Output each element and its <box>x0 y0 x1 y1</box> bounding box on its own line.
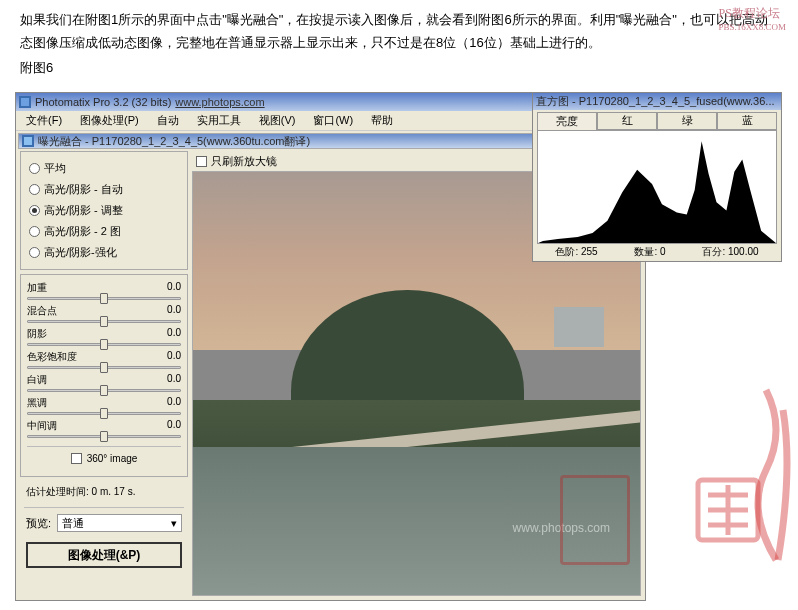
svg-rect-3 <box>24 137 32 145</box>
menu-window[interactable]: 窗口(W) <box>305 111 361 130</box>
slider-value: 0.0 <box>167 281 181 295</box>
slider-label: 中间调 <box>27 419 57 433</box>
tab-blue[interactable]: 蓝 <box>717 112 777 129</box>
figure-caption: 附图6 <box>0 59 798 83</box>
app-title-link[interactable]: www.photops.com <box>175 96 264 108</box>
radio-icon <box>29 184 40 195</box>
estimate-time: 估计处理时间: 0 m. 17 s. <box>20 481 188 503</box>
histogram-tabs: 亮度 红 绿 蓝 <box>533 110 781 129</box>
slider-value: 0.0 <box>167 304 181 318</box>
menu-view[interactable]: 视图(V) <box>251 111 304 130</box>
preview-label: 预览: <box>26 516 51 531</box>
slider-thumb[interactable] <box>100 293 108 304</box>
slider-track[interactable] <box>27 343 181 346</box>
tab-red[interactable]: 红 <box>597 112 657 129</box>
slider-thumb[interactable] <box>100 431 108 442</box>
radio-hs-auto[interactable]: 高光/阴影 - 自动 <box>29 179 179 200</box>
page-watermark-seal <box>688 360 798 600</box>
slider-label: 白调 <box>27 373 47 387</box>
svg-rect-1 <box>21 98 29 106</box>
slider-label: 黑调 <box>27 396 47 410</box>
radio-average[interactable]: 平均 <box>29 158 179 179</box>
checkbox-icon <box>71 453 82 464</box>
radio-hs-intensive[interactable]: 高光/阴影-强化 <box>29 242 179 263</box>
menu-auto[interactable]: 自动 <box>149 111 187 130</box>
refresh-zoom-label: 只刷新放大镜 <box>211 154 277 169</box>
slider-value: 0.0 <box>167 350 181 364</box>
slider-thumb[interactable] <box>100 408 108 419</box>
menu-tools[interactable]: 实用工具 <box>189 111 249 130</box>
histogram-chart <box>537 130 777 244</box>
histogram-info: 色阶: 255 数量: 0 百分: 100.00 <box>533 244 781 261</box>
chevron-down-icon: ▾ <box>171 517 177 530</box>
radio-icon <box>29 247 40 258</box>
radio-icon <box>29 163 40 174</box>
radio-hs-adjust[interactable]: 高光/阴影 - 调整 <box>29 200 179 221</box>
tab-luminance[interactable]: 亮度 <box>537 112 597 129</box>
slider-value: 0.0 <box>167 327 181 341</box>
radio-hs-2img[interactable]: 高光/阴影 - 2 图 <box>29 221 179 242</box>
slider-thumb[interactable] <box>100 362 108 373</box>
histogram-title: 直方图 - P1170280_1_2_3_4_5_fused(www.36... <box>536 94 775 109</box>
slider-shadow: 阴影0.0 <box>27 325 181 348</box>
slider-panel: 加重0.0 混合点0.0 阴影0.0 色彩饱和度0.0 白调0.0 <box>20 274 188 477</box>
slider-track[interactable] <box>27 389 181 392</box>
seal-watermark <box>560 475 630 565</box>
slider-thumb[interactable] <box>100 385 108 396</box>
menu-help[interactable]: 帮助 <box>363 111 401 130</box>
slider-label: 色彩饱和度 <box>27 350 77 364</box>
slider-value: 0.0 <box>167 373 181 387</box>
slider-value: 0.0 <box>167 396 181 410</box>
slider-midtone: 中间调0.0 <box>27 417 181 440</box>
slider-strength: 加重0.0 <box>27 279 181 302</box>
doc-title: 曝光融合 - P1170280_1_2_3_4_5(www.360tu.com翻… <box>38 134 310 149</box>
process-button[interactable]: 图像处理(&P) <box>26 542 182 568</box>
histogram-titlebar[interactable]: 直方图 - P1170280_1_2_3_4_5_fused(www.36... <box>533 93 781 110</box>
slider-white: 白调0.0 <box>27 371 181 394</box>
slider-label: 混合点 <box>27 304 57 318</box>
slider-label: 加重 <box>27 281 47 295</box>
slider-track[interactable] <box>27 297 181 300</box>
tab-green[interactable]: 绿 <box>657 112 717 129</box>
checkbox-360[interactable]: 360° image <box>27 447 181 470</box>
slider-black: 黑调0.0 <box>27 394 181 417</box>
forum-watermark: PS教程论坛 PBS.16XX8.COM <box>718 5 786 32</box>
slider-saturation: 色彩饱和度0.0 <box>27 348 181 371</box>
slider-blend: 混合点0.0 <box>27 302 181 325</box>
slider-label: 阴影 <box>27 327 47 341</box>
slider-track[interactable] <box>27 320 181 323</box>
preview-select[interactable]: 普通 ▾ <box>57 514 182 532</box>
menu-process[interactable]: 图像处理(P) <box>72 111 147 130</box>
radio-icon <box>29 205 40 216</box>
doc-icon <box>22 135 34 147</box>
app-icon <box>19 96 31 108</box>
menu-file[interactable]: 文件(F) <box>18 111 70 130</box>
svg-rect-4 <box>698 480 758 540</box>
slider-track[interactable] <box>27 412 181 415</box>
method-radio-group: 平均 高光/阴影 - 自动 高光/阴影 - 调整 高光/阴影 - 2 图 高光/… <box>20 151 188 270</box>
slider-track[interactable] <box>27 366 181 369</box>
radio-icon <box>29 226 40 237</box>
refresh-checkbox[interactable] <box>196 156 207 167</box>
histogram-window: 直方图 - P1170280_1_2_3_4_5_fused(www.36...… <box>532 92 782 262</box>
slider-thumb[interactable] <box>100 339 108 350</box>
app-title: Photomatix Pro 3.2 (32 bits) <box>35 96 171 108</box>
description-text: 如果我们在附图1所示的界面中点击"曝光融合"，在按提示读入图像后，就会看到附图6… <box>0 0 798 59</box>
slider-value: 0.0 <box>167 419 181 433</box>
checkbox-label: 360° image <box>87 453 138 464</box>
slider-thumb[interactable] <box>100 316 108 327</box>
slider-track[interactable] <box>27 435 181 438</box>
sidebar: 平均 高光/阴影 - 自动 高光/阴影 - 调整 高光/阴影 - 2 图 高光/… <box>20 151 188 596</box>
